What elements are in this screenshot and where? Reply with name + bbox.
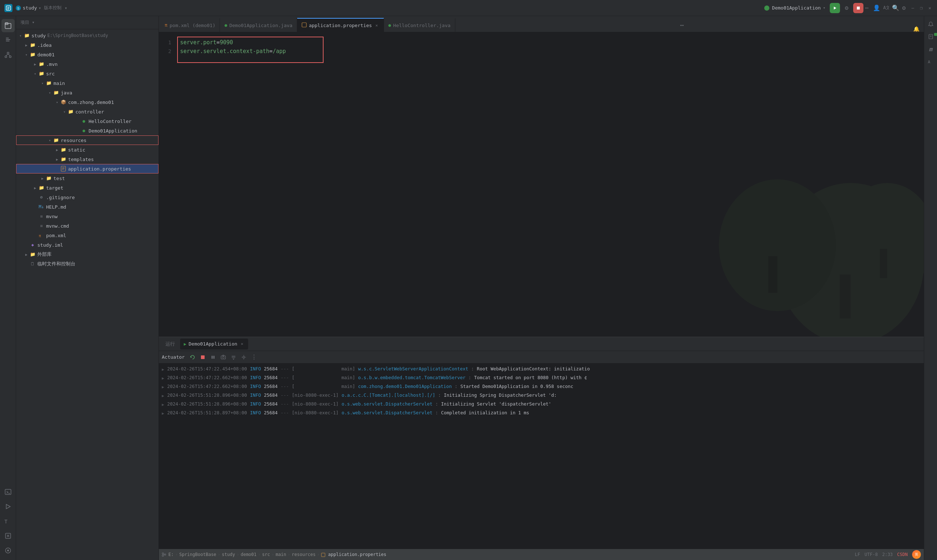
- svg-point-28: [7, 550, 9, 552]
- tree-item-mvn[interactable]: ▶ 📁 .mvn: [16, 59, 158, 69]
- tree-item-target[interactable]: ▶ 📁 target: [16, 183, 158, 192]
- svg-rect-34: [302, 23, 306, 27]
- tree-item-hellocontroller[interactable]: ▶ ● HelloController: [16, 116, 158, 126]
- code-area[interactable]: 1 server.port=9090 2 server.servlet.cont…: [159, 32, 924, 337]
- stop-btn[interactable]: [853, 3, 863, 13]
- scroll-to-end-btn[interactable]: [229, 353, 237, 361]
- tree-item-demo01[interactable]: ▾ 📁 demo01: [16, 50, 158, 59]
- svg-text:A文: A文: [883, 5, 889, 10]
- git-branch[interactable]: [162, 552, 166, 557]
- tree-item-external-libs[interactable]: ▶ 📁 外部库: [16, 249, 158, 259]
- folder-icon: 📁: [38, 70, 45, 77]
- activity-structure-icon[interactable]: [2, 48, 15, 62]
- account-icon[interactable]: 👤: [873, 5, 880, 11]
- tab-helloctrl[interactable]: ● HelloController.java: [384, 18, 455, 32]
- tab-pom-label: pom.xml (demo01): [169, 23, 215, 28]
- minimize-btn[interactable]: —: [910, 5, 915, 11]
- java-tab-icon2: ●: [388, 23, 391, 28]
- tree-item-studyiml[interactable]: ▶ ◆ study.iml: [16, 240, 158, 249]
- tree-item-src[interactable]: ▾ 📁 src: [16, 69, 158, 78]
- reload-btn[interactable]: [189, 353, 197, 361]
- console-output[interactable]: ▶ 2024-02-26T15:47:22.454+08:00 INFO 256…: [159, 363, 924, 549]
- tab-close-btn[interactable]: ✕: [374, 23, 379, 28]
- tree-item-test[interactable]: ▶ 📁 test: [16, 174, 158, 183]
- activity-vcs-icon[interactable]: T: [2, 515, 15, 528]
- tree-item-com-zhong[interactable]: ▾ 📦 com.zhong.demo01: [16, 97, 158, 107]
- encoding[interactable]: UTF-8: [865, 552, 878, 557]
- editor-area: π pom.xml (demo01) ● Demo01Application.j…: [159, 16, 924, 337]
- screenshot-btn[interactable]: [219, 353, 227, 361]
- version-control-btn[interactable]: 版本控制: [44, 5, 62, 11]
- tree-item-application-properties[interactable]: ▶ application.properties: [16, 164, 158, 174]
- tree-item-demo01app[interactable]: ▶ ● Demo01Application: [16, 126, 158, 135]
- prop-tab-icon: [302, 22, 307, 29]
- maximize-btn[interactable]: ❐: [919, 5, 924, 11]
- folder-icon: 📁: [23, 32, 30, 39]
- run-controls: Demo01Application ▾: [764, 5, 825, 11]
- title-bar: S study ▾ 版本控制 ▾ Demo01Application ▾ ⚙: [0, 0, 937, 16]
- m-gutter-icon[interactable]: m: [926, 44, 936, 54]
- tree-item-resources[interactable]: ▾ 📁 resources: [16, 135, 158, 145]
- play-btn[interactable]: [830, 3, 840, 13]
- tree-item-study[interactable]: ▾ 📁 study E:\SpringBootBase\study: [16, 31, 158, 40]
- md-icon: M↓: [38, 203, 45, 210]
- run-app-btn[interactable]: Demo01Application: [772, 5, 821, 11]
- svg-point-45: [222, 357, 224, 358]
- activity-bookmark-icon[interactable]: [2, 34, 15, 47]
- svg-point-37: [719, 179, 836, 311]
- csdn-badge[interactable]: CSDN: [897, 552, 908, 557]
- search-everywhere-icon[interactable]: 🔍: [892, 5, 899, 11]
- tree-item-pomxml[interactable]: ▶ π pom.xml: [16, 231, 158, 240]
- activity-run-icon[interactable]: [2, 500, 15, 513]
- folder-icon: 📁: [53, 137, 59, 143]
- arrow-icon: ▾: [23, 52, 29, 57]
- arrow-icon: ▾: [54, 99, 60, 105]
- close-btn[interactable]: ✕: [927, 5, 932, 11]
- bottom-tab-demo01app[interactable]: ▶ Demo01Application ✕: [180, 338, 248, 349]
- pause-btn[interactable]: [209, 353, 217, 361]
- tree-item-gitignore[interactable]: ▶ ⊘ .gitignore: [16, 192, 158, 202]
- svg-point-16: [5, 56, 6, 58]
- tab-more-btn[interactable]: ⋯: [677, 18, 687, 32]
- translate-gutter-icon[interactable]: A: [926, 56, 936, 67]
- tree-item-static[interactable]: ▶ 📁 static: [16, 145, 158, 154]
- tab-pom[interactable]: π pom.xml (demo01): [160, 18, 220, 32]
- svg-rect-41: [201, 355, 205, 359]
- right-gutter: m A: [924, 16, 937, 560]
- tree-item-java[interactable]: ▾ 📁 java: [16, 88, 158, 97]
- activity-maven-icon[interactable]: [2, 529, 15, 542]
- activity-terminal-icon[interactable]: [2, 485, 15, 498]
- tree-item-mvnw[interactable]: ▶ ≡ mvnw: [16, 212, 158, 221]
- notification-gutter-icon[interactable]: [926, 19, 936, 29]
- notification-icon[interactable]: 🔔: [913, 26, 919, 32]
- more-console-btn[interactable]: ⋮: [250, 353, 258, 361]
- activity-project-icon[interactable]: [2, 19, 15, 32]
- tree-item-helpmd[interactable]: ▶ M↓ HELP.md: [16, 202, 158, 212]
- tab-appprop[interactable]: application.properties ✕: [297, 18, 384, 32]
- tree-item-idea[interactable]: ▶ 📁 .idea: [16, 40, 158, 50]
- project-name[interactable]: S study ▾: [15, 5, 41, 11]
- code-line-1: 1 server.port=9090: [159, 38, 924, 47]
- stop-console-btn[interactable]: [199, 353, 207, 361]
- run-indicator: [934, 33, 937, 36]
- user-avatar[interactable]: 英: [912, 550, 921, 559]
- line-content-2: server.servlet.context-path=/app: [177, 47, 924, 55]
- tree-item-templates[interactable]: ▶ 📁 templates: [16, 154, 158, 164]
- tree-item-controller[interactable]: ▾ 📁 controller: [16, 107, 158, 116]
- tree-item-mvnwcmd[interactable]: ▶ ≡ mvnw.cmd: [16, 221, 158, 231]
- tree-item-scratch[interactable]: ▶ 🗒 临时文件和控制台: [16, 259, 158, 269]
- bottom-tab-close-btn[interactable]: ✕: [239, 342, 245, 347]
- bottom-tab-run[interactable]: 运行: [162, 338, 178, 349]
- java-tab-icon: ●: [225, 23, 227, 28]
- ide-settings-icon[interactable]: ⚙: [902, 5, 906, 11]
- settings-console-btn[interactable]: [240, 353, 248, 361]
- sidebar-title[interactable]: 项目 ▾: [20, 19, 34, 26]
- line-ending[interactable]: LF: [855, 552, 860, 557]
- more-actions-btn[interactable]: ⋯: [865, 5, 869, 11]
- activity-plugins-icon[interactable]: [2, 544, 15, 557]
- tab-demo01app[interactable]: ● Demo01Application.java: [220, 18, 297, 32]
- tree-item-main[interactable]: ▾ 📁 main: [16, 78, 158, 88]
- bottom-panel: 运行 ▶ Demo01Application ✕ Actuator: [159, 337, 924, 549]
- translate-icon[interactable]: A文: [883, 5, 889, 12]
- settings-btn[interactable]: ⚙: [842, 3, 852, 13]
